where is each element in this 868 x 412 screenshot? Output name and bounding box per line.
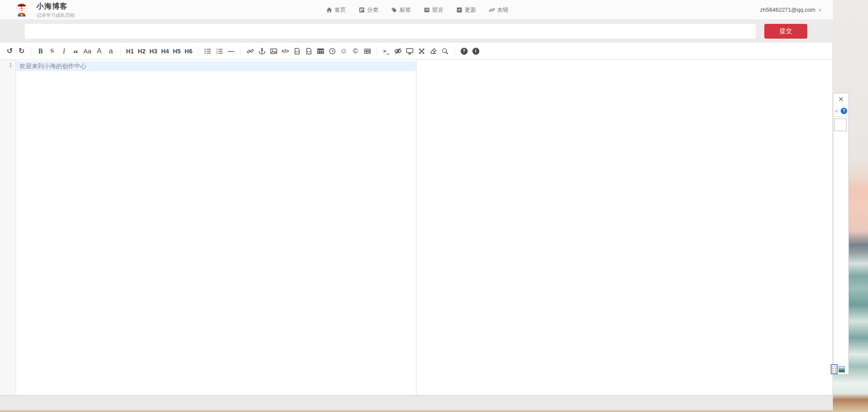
toolbar-separator (198, 47, 198, 56)
nav-item-home[interactable]: 首页 (326, 6, 346, 14)
side-popup-panel: × ∨ ? (833, 93, 849, 375)
nav-label: 标签 (400, 6, 411, 14)
line-number-gutter: 1 (0, 60, 16, 395)
editor-toolbar: ↺ ↻ B S I “ Aa A a H1 H2 H3 H4 H5 H6 123… (0, 43, 832, 60)
image-icon[interactable] (268, 45, 279, 57)
brand-text: 小海博客 记录学习成长历程 (36, 1, 75, 19)
uppercase-icon[interactable]: A (93, 45, 105, 57)
datetime-icon[interactable] (326, 45, 338, 57)
friend-link-icon (489, 7, 495, 13)
message-icon (424, 7, 430, 13)
editor-line-text: 欢迎来到小海的创作中心 (20, 63, 86, 70)
code-icon[interactable]: </> (279, 45, 291, 57)
undo-icon[interactable]: ↺ (4, 45, 16, 57)
toolbar-separator (120, 47, 121, 56)
code-area: 欢迎来到小海的创作中心 (16, 60, 416, 395)
h2-icon[interactable]: H2 (136, 45, 147, 57)
panel-controls: ∨ ? (835, 108, 847, 114)
list-ul-icon[interactable] (202, 45, 213, 57)
anchor-icon[interactable] (256, 45, 268, 57)
nav-item-category[interactable]: 分类 (359, 6, 378, 14)
nav-label: 首页 (334, 6, 346, 14)
fullscreen-icon[interactable] (416, 45, 427, 57)
footer-strip (0, 396, 833, 410)
main-content: 小海博客 记录学习成长历程 首页 分类 标签 留言 (0, 0, 833, 410)
chevron-down-icon[interactable]: ∨ (835, 108, 838, 114)
toolbar-separator (31, 47, 31, 56)
h6-icon[interactable]: H6 (183, 45, 194, 57)
compose-bar: 提交 (0, 20, 833, 42)
line-number: 1 (9, 62, 12, 68)
chevron-down-icon: ∨ (819, 7, 822, 12)
user-email: zh56462271@qq.com (760, 7, 815, 13)
help-glyph: ? (461, 48, 468, 55)
active-line: 欢迎来到小海的创作中心 (16, 61, 416, 71)
close-icon[interactable]: × (833, 94, 848, 104)
code-block-icon[interactable] (303, 45, 314, 57)
brand: 小海博客 记录学习成长历程 (13, 1, 75, 19)
table-icon[interactable] (314, 45, 326, 57)
search-icon[interactable] (439, 45, 451, 57)
clear-icon[interactable] (427, 45, 439, 57)
update-icon (456, 7, 462, 13)
help-icon[interactable]: ? (458, 45, 470, 57)
markdown-editor: ↺ ↻ B S I “ Aa A a H1 H2 H3 H4 H5 H6 123… (0, 42, 833, 396)
toolbar-separator (454, 47, 455, 56)
submit-button[interactable]: 提交 (764, 24, 807, 39)
italic-icon[interactable]: I (58, 45, 70, 57)
quote-icon[interactable]: “ (70, 45, 82, 57)
bold-icon[interactable]: B (35, 45, 46, 57)
nav-label: 分类 (367, 6, 378, 14)
main-nav: 首页 分类 标签 留言 更新 友链 (326, 6, 508, 14)
nav-label: 留言 (432, 6, 443, 14)
post-title-input[interactable] (25, 24, 756, 39)
image-thumbnail-icon[interactable] (839, 366, 845, 372)
nav-label: 友链 (497, 6, 508, 14)
lowercase-icon[interactable]: a (105, 45, 117, 57)
h1-icon[interactable]: H1 (124, 45, 136, 57)
h3-icon[interactable]: H3 (147, 45, 159, 57)
h4-icon[interactable]: H4 (159, 45, 171, 57)
list-select-icon[interactable] (831, 364, 838, 374)
editor-preview-pane (416, 60, 832, 395)
site-logo[interactable] (13, 1, 30, 19)
h5-icon[interactable]: H5 (171, 45, 183, 57)
emoji-icon[interactable]: ☺ (338, 45, 350, 57)
ucwords-icon[interactable]: Aa (82, 45, 93, 57)
svg-text:3: 3 (216, 52, 217, 55)
hr-icon[interactable]: — (225, 45, 237, 57)
editor-code-pane[interactable]: 1 欢迎来到小海的创作中心 (0, 60, 416, 395)
home-icon (326, 7, 332, 13)
info-icon[interactable]: i (470, 45, 481, 57)
pagebreak-icon[interactable] (361, 45, 373, 57)
html-entities-icon[interactable]: © (350, 45, 361, 57)
panel-input[interactable] (834, 119, 847, 131)
nav-item-friend-links[interactable]: 友链 (489, 6, 508, 14)
info-glyph: i (472, 48, 479, 55)
toolbar-separator (377, 47, 377, 56)
goto-line-icon[interactable]: >_ (380, 45, 392, 57)
category-icon (359, 7, 365, 13)
help-badge-icon[interactable]: ? (841, 108, 847, 114)
panel-divider (833, 116, 848, 117)
link-icon[interactable] (244, 45, 256, 57)
redo-icon[interactable]: ↻ (16, 45, 27, 57)
watch-icon[interactable] (392, 45, 404, 57)
list-ol-icon[interactable]: 123 (213, 45, 225, 57)
tag-icon (391, 7, 397, 13)
strikethrough-icon[interactable]: S (46, 45, 58, 57)
nav-item-tags[interactable]: 标签 (391, 6, 411, 14)
preformatted-text-icon[interactable] (291, 45, 303, 57)
preview-icon[interactable] (404, 45, 416, 57)
user-menu[interactable]: zh56462271@qq.com ∨ (760, 7, 822, 13)
toolbar-separator (240, 47, 241, 56)
site-subtitle: 记录学习成长历程 (36, 12, 75, 19)
nav-item-messages[interactable]: 留言 (424, 6, 443, 14)
nav-item-updates[interactable]: 更新 (456, 6, 476, 14)
editor-workspace: 1 欢迎来到小海的创作中心 (0, 60, 832, 395)
nav-label: 更新 (465, 6, 476, 14)
site-header: 小海博客 记录学习成长历程 首页 分类 标签 留言 (0, 0, 833, 20)
site-title[interactable]: 小海博客 (36, 1, 75, 11)
